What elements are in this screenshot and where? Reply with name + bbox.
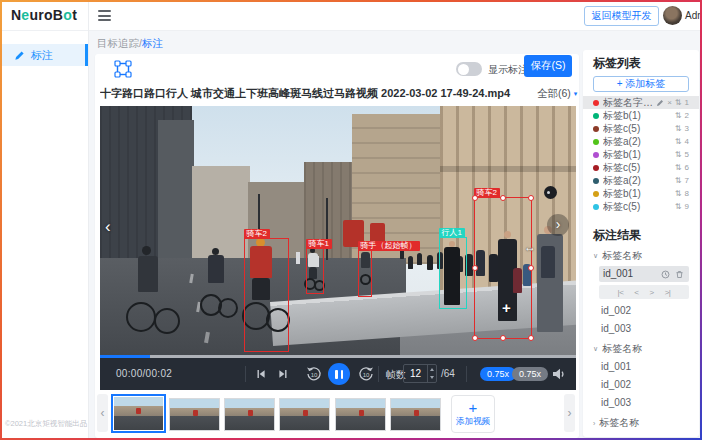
video-thumbnail[interactable] xyxy=(279,398,330,431)
video-canvas[interactable]: 骑车2 骑车1 骑手（起始帧） 行人1 骑车2 + ↔ ‹ › xyxy=(100,106,576,355)
resize-handle[interactable] xyxy=(472,265,478,271)
first-frame-button[interactable]: |< xyxy=(618,288,624,297)
menu-collapse-icon[interactable] xyxy=(98,10,111,21)
annotation-box[interactable]: 骑手（起始帧） xyxy=(358,250,372,297)
sort-icon[interactable]: ⇅ xyxy=(675,137,682,146)
pause-button[interactable] xyxy=(328,363,350,385)
video-thumbnail[interactable] xyxy=(390,398,441,431)
tag-row[interactable]: 标签b(1)⇅2 xyxy=(593,109,689,122)
result-item[interactable]: id_002 xyxy=(601,305,689,317)
prev-frame-button[interactable] xyxy=(256,369,266,381)
filter-dropdown[interactable]: 全部(6)▾ xyxy=(537,87,577,101)
avatar[interactable] xyxy=(663,6,682,25)
show-annotation-toggle[interactable] xyxy=(456,62,482,76)
chevron-down-icon: ▾ xyxy=(574,90,578,98)
annotation-label: 骑车1 xyxy=(306,239,332,249)
annotation-box[interactable]: 骑车1 xyxy=(306,248,324,294)
scene-person xyxy=(417,253,422,265)
result-group-header[interactable]: ∨标签名称 xyxy=(593,250,689,262)
result-item[interactable]: id_003 xyxy=(601,397,689,409)
forward-10-button[interactable]: 10 xyxy=(358,366,374,382)
tag-row[interactable]: 标签c(5)⇅6 xyxy=(593,161,689,174)
tag-row[interactable]: 标签a(2)⇅4 xyxy=(593,135,689,148)
tag-row[interactable]: 标签b(1)⇅8 xyxy=(593,187,689,200)
tag-row[interactable]: 标签c(5)⇅9 xyxy=(593,200,689,213)
delete-icon[interactable]: × xyxy=(667,98,672,107)
filmstrip-right-arrow[interactable]: › xyxy=(564,394,575,432)
breadcrumb-parent[interactable]: 目标追踪 xyxy=(97,37,139,49)
filmstrip-left-arrow[interactable]: ‹ xyxy=(97,394,108,432)
next-frame-button[interactable] xyxy=(278,369,288,381)
result-item-selected[interactable]: id_001 xyxy=(599,266,689,282)
tag-row[interactable]: 标签名字最长数... × ⇅ 1 xyxy=(583,96,699,109)
next-frame-nav-button[interactable]: > xyxy=(650,288,654,297)
scene-person xyxy=(408,256,413,269)
save-button[interactable]: 保存(S) xyxy=(524,55,572,77)
resize-cursor-icon: ↔ xyxy=(524,240,536,254)
video-thumbnail[interactable] xyxy=(224,398,275,431)
brand-accent: o xyxy=(63,7,72,23)
breadcrumb-current[interactable]: 标注 xyxy=(142,37,163,49)
speed-pill[interactable]: 0.75x xyxy=(512,367,548,381)
sidebar-item-annotate[interactable]: 标注 xyxy=(0,44,88,66)
bounding-box-tool-icon[interactable] xyxy=(114,60,132,78)
time-display: 00:00/00:02 xyxy=(116,368,172,379)
tag-order: 3 xyxy=(685,124,689,133)
sort-icon[interactable]: ⇅ xyxy=(675,98,682,107)
resize-handle[interactable] xyxy=(472,335,478,341)
result-group-header[interactable]: ∨标签名称 xyxy=(593,343,689,355)
sort-icon[interactable]: ⇅ xyxy=(675,163,682,172)
user-menu[interactable]: Admin▾ xyxy=(685,10,702,21)
sort-icon[interactable]: ⇅ xyxy=(675,189,682,198)
tag-row[interactable]: 标签c(5)⇅3 xyxy=(593,122,689,135)
add-tag-button[interactable]: + 添加标签 xyxy=(593,76,689,92)
tag-label: 标签c(5) xyxy=(603,122,675,136)
result-item[interactable]: id_003 xyxy=(601,323,689,335)
speed-pill-active[interactable]: 0.75x xyxy=(480,367,516,381)
annotation-box-selected[interactable]: 骑车2 xyxy=(474,197,532,339)
toggle-knob xyxy=(458,64,469,75)
rewind-10-button[interactable]: 10 xyxy=(306,366,322,382)
sort-icon[interactable]: ⇅ xyxy=(675,111,682,120)
last-frame-button[interactable]: >| xyxy=(665,288,671,297)
scene-cyclist xyxy=(126,246,186,354)
resize-handle[interactable] xyxy=(528,195,534,201)
sort-icon[interactable]: ⇅ xyxy=(675,124,682,133)
trash-icon[interactable] xyxy=(675,270,684,279)
scene-person xyxy=(427,255,433,270)
video-thumbnail[interactable] xyxy=(169,398,220,431)
prev-frame-nav-button[interactable]: < xyxy=(634,288,638,297)
sort-icon[interactable]: ⇅ xyxy=(675,150,682,159)
resize-handle[interactable] xyxy=(528,335,534,341)
divider xyxy=(378,366,379,382)
sort-icon[interactable]: ⇅ xyxy=(675,176,682,185)
frame-stepper[interactable] xyxy=(427,365,436,382)
result-group-header-collapsed[interactable]: ›标签名称 xyxy=(593,417,689,429)
keyframe-dot-icon xyxy=(544,186,557,199)
edit-icon[interactable] xyxy=(656,99,664,107)
tag-label: 标签名字最长数... xyxy=(603,96,656,110)
history-icon[interactable] xyxy=(661,270,670,279)
sort-icon[interactable]: ⇅ xyxy=(675,202,682,211)
video-thumbnail[interactable] xyxy=(335,398,386,431)
add-video-button[interactable]: + 添加视频 xyxy=(451,395,495,433)
resize-handle[interactable] xyxy=(472,195,478,201)
annotation-box[interactable]: 行人1 xyxy=(439,237,467,309)
back-to-model-dev-button[interactable]: 返回模型开发 xyxy=(584,6,659,26)
result-item[interactable]: id_001 xyxy=(601,361,689,373)
tag-row[interactable]: 标签b(1)⇅5 xyxy=(593,148,689,161)
prev-video-arrow[interactable]: ‹ xyxy=(105,218,111,236)
result-item[interactable]: id_002 xyxy=(601,379,689,391)
caret-down-icon: ∨ xyxy=(593,345,598,353)
resize-handle[interactable] xyxy=(500,335,506,341)
resize-handle[interactable] xyxy=(500,195,506,201)
video-thumbnail-selected[interactable] xyxy=(111,394,166,433)
tag-row[interactable]: 标签a(2)⇅7 xyxy=(593,174,689,187)
tag-color-dot xyxy=(593,165,599,171)
frame-nav-row: |< < > >| xyxy=(599,285,689,299)
annotation-box[interactable]: 骑车2 xyxy=(244,238,289,352)
volume-icon[interactable] xyxy=(552,368,565,382)
tag-color-dot xyxy=(593,204,599,210)
resize-handle[interactable] xyxy=(528,265,534,271)
next-video-arrow[interactable]: › xyxy=(547,214,569,236)
